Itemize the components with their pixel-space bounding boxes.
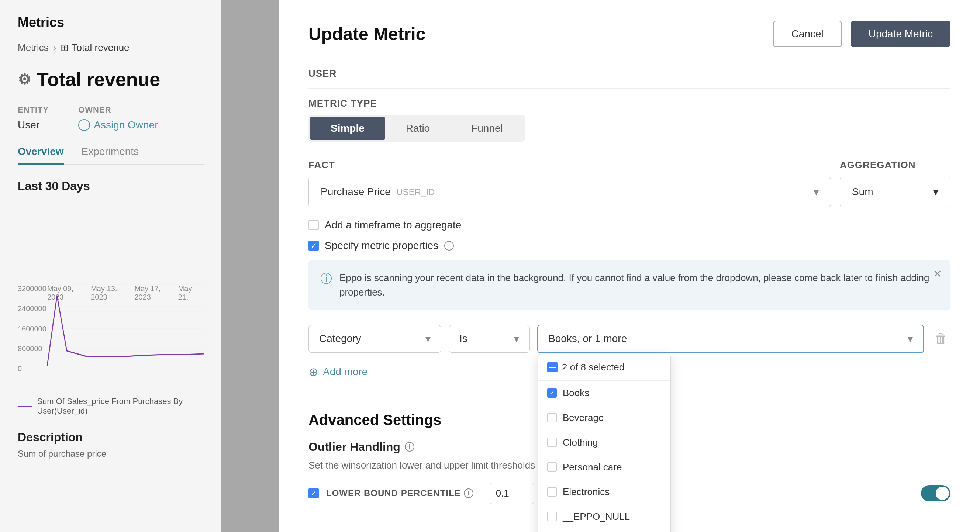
filter-row: Category ▾ Is ▾ Books, or 1 more ▾ — 2 o… (309, 325, 950, 353)
breadcrumb: Metrics › ⊞ Total revenue (18, 42, 204, 54)
books-label: Books (563, 387, 589, 399)
description-section: Description Sum of purchase price (18, 430, 204, 459)
timeframe-checkbox[interactable] (309, 220, 319, 230)
divider1 (309, 88, 950, 89)
breadcrumb-parent[interactable]: Metrics (18, 42, 49, 54)
description-title: Description (18, 430, 204, 444)
breadcrumb-sep: › (53, 42, 56, 54)
chart-title: Last 30 Days (18, 179, 204, 193)
tab-overview[interactable]: Overview (18, 146, 64, 165)
personal-care-checkbox[interactable] (547, 462, 557, 472)
chart-y-labels: 3200000 2400000 1600000 800000 0 (18, 284, 46, 373)
dropdown-item-beverage[interactable]: Beverage (538, 405, 670, 430)
properties-info-icon: i (444, 241, 454, 251)
fact-select[interactable]: Purchase Price USER_ID ▾ (309, 177, 831, 207)
entity-label: ENTITY (18, 105, 49, 115)
left-panel: Metrics Metrics › ⊞ Total revenue ⚙ Tota… (0, 0, 221, 532)
info-circle-icon: ⓘ (320, 271, 332, 287)
clothing-checkbox[interactable] (547, 438, 557, 447)
add-more-label: Add more (323, 366, 368, 378)
operator-label: Is (460, 333, 468, 345)
operator-select[interactable]: Is ▾ (449, 325, 530, 353)
fact-col: FACT Purchase Price USER_ID ▾ (309, 159, 831, 207)
update-metric-button[interactable]: Update Metric (851, 21, 950, 47)
assign-owner-button[interactable]: + Assign Owner (78, 119, 158, 131)
clothing-label: Clothing (563, 437, 598, 448)
close-banner-button[interactable]: ✕ (933, 268, 942, 280)
metric-type-simple[interactable]: Simple (310, 117, 385, 140)
properties-checkbox-row: Specify metric properties i (309, 240, 950, 252)
fact-value: Purchase Price USER_ID (321, 186, 435, 198)
user-label: User (309, 68, 950, 79)
description-text: Sum of purchase price (18, 449, 204, 459)
chart-legend: Sum Of Sales_price From Purchases By Use… (18, 397, 204, 416)
timeframe-label: Add a timeframe to aggregate (325, 219, 461, 231)
app-title: Metrics (18, 15, 204, 30)
breadcrumb-current: ⊞ Total revenue (60, 42, 129, 54)
timeframe-checkbox-row: Add a timeframe to aggregate (309, 219, 950, 231)
fact-label: FACT (309, 159, 831, 171)
dropdown-item-electronics[interactable]: Electronics (538, 480, 670, 504)
aggregation-value: Sum (852, 186, 873, 198)
tabs: Overview Experiments (18, 146, 204, 165)
legend-line (18, 406, 32, 407)
dropdown-item-eppo-null[interactable]: __EPPO_NULL (538, 504, 670, 529)
plus-circle-icon: + (78, 119, 90, 131)
lower-bound-input[interactable] (490, 483, 534, 504)
fact-sub: USER_ID (396, 187, 435, 197)
lower-bound-info-icon: i (464, 489, 473, 498)
dropdown-header: — 2 of 8 selected (538, 354, 670, 381)
entity-col: ENTITY User (18, 105, 49, 131)
chevron-down-icon2: ▾ (933, 186, 938, 198)
delete-filter-button[interactable]: 🗑 (931, 328, 950, 349)
fact-row: FACT Purchase Price USER_ID ▾ AGGREGATIO… (309, 159, 950, 207)
info-banner: ⓘ Eppo is scanning your recent data in t… (309, 260, 950, 310)
electronics-label: Electronics (563, 486, 609, 498)
meta-row: ENTITY User OWNER + Assign Owner (18, 105, 204, 131)
page-title: ⚙ Total revenue (18, 68, 204, 91)
outlier-toggle[interactable] (921, 485, 950, 501)
settings-icon: ⚙ (18, 71, 31, 88)
dropdown-item-healthcare[interactable]: Healthcare (538, 529, 670, 532)
personal-care-label: Personal care (563, 462, 622, 473)
chevron-operator-icon: ▾ (514, 333, 519, 345)
aggregation-col: AGGREGATION Sum ▾ (840, 159, 950, 207)
dropdown-item-books[interactable]: Books (538, 381, 670, 405)
lower-bound-checkbox[interactable] (309, 488, 319, 499)
metric-type-funnel[interactable]: Funnel (450, 117, 523, 140)
owner-col: OWNER + Assign Owner (78, 105, 158, 131)
metric-type-label: METRIC TYPE (309, 98, 950, 109)
values-dropdown: — 2 of 8 selected Books Beverage Clothin… (538, 354, 671, 532)
tab-experiments[interactable]: Experiments (81, 146, 139, 164)
lower-bound-label: LOWER BOUND PERCENTILE i (326, 488, 473, 499)
metric-type-ratio[interactable]: Ratio (385, 117, 450, 140)
eppo-null-checkbox[interactable] (547, 512, 557, 521)
cancel-button[interactable]: Cancel (773, 21, 842, 47)
modal: Update Metric Cancel Update Metric User … (279, 0, 980, 532)
dropdown-item-clothing[interactable]: Clothing (538, 430, 670, 455)
books-checkbox[interactable] (547, 388, 557, 398)
right-panel: Update Metric Cancel Update Metric User … (221, 0, 980, 532)
properties-label: Specify metric properties (325, 240, 438, 252)
properties-checkbox[interactable] (309, 241, 319, 251)
category-select[interactable]: Category ▾ (309, 325, 441, 353)
chart-area: 3200000 2400000 1600000 800000 0 May 09,… (18, 284, 204, 388)
values-label: Books, or 1 more (548, 333, 627, 345)
aggregation-select[interactable]: Sum ▾ (840, 177, 950, 207)
entity-value: User (18, 119, 49, 131)
selection-count: 2 of 8 selected (562, 362, 624, 373)
dropdown-item-personal-care[interactable]: Personal care (538, 455, 670, 480)
values-select[interactable]: Books, or 1 more ▾ — 2 of 8 selected Boo… (537, 325, 924, 353)
chevron-down-icon: ▾ (814, 186, 819, 198)
electronics-checkbox[interactable] (547, 487, 557, 497)
outlier-info-icon: i (405, 442, 414, 452)
plus-icon: ⊕ (309, 365, 318, 379)
beverage-checkbox[interactable] (547, 413, 557, 422)
metric-icon: ⊞ (60, 42, 68, 54)
aggregation-label: AGGREGATION (840, 159, 950, 171)
beverage-label: Beverage (563, 412, 604, 424)
chevron-values-icon: ▾ (908, 333, 913, 345)
category-label: Category (319, 333, 361, 345)
info-text: Eppo is scanning your recent data in the… (339, 271, 939, 300)
partial-select-icon: — (547, 362, 557, 372)
